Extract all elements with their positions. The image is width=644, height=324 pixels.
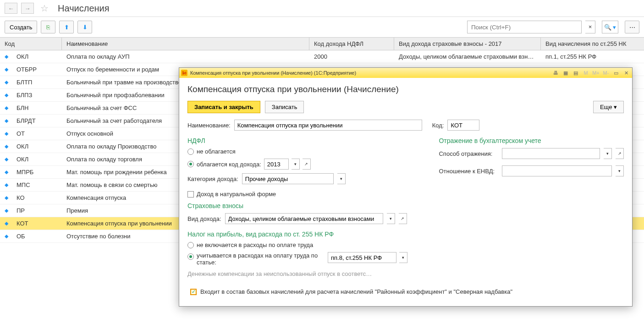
back-button[interactable]: ←: [5, 3, 17, 14]
envd-input[interactable]: [502, 165, 612, 176]
row-code: КОТ: [12, 220, 62, 227]
toolbar: Создать ⎘ ⬆ ⬇ × 🔍 ▾ ⋯: [0, 17, 644, 37]
income-type-open-icon[interactable]: ↗: [399, 213, 407, 224]
search-input[interactable]: [467, 21, 582, 33]
article-input[interactable]: [328, 252, 396, 263]
forward-button[interactable]: →: [21, 3, 34, 14]
col-code[interactable]: Код: [0, 38, 62, 50]
row-code: ПР: [12, 207, 62, 214]
row-art255: пп.1, ст.255 НК РФ: [541, 53, 644, 60]
ndfl-tax-label: облагается код дохода:: [197, 161, 261, 168]
method-dd-icon[interactable]: ▾: [604, 148, 612, 159]
natural-label: Доход в натуральной форме: [197, 191, 276, 198]
calc-icon[interactable]: ▦: [561, 69, 570, 77]
category-dd-icon[interactable]: ▾: [337, 173, 346, 184]
row-name: Оплата по окладу АУП: [62, 53, 309, 60]
col-ndfl[interactable]: Код дохода НДФЛ: [309, 38, 394, 50]
search-clear-button[interactable]: ×: [585, 21, 595, 33]
accounting-section-title: Отражение в бухгалтерском учете: [439, 137, 624, 144]
dialog-title: Компенсация отпуска при увольнении (Начи…: [190, 70, 356, 76]
m-icon: M: [582, 69, 590, 77]
row-icon: ◆: [0, 92, 12, 98]
base-checkbox[interactable]: ✓: [190, 289, 197, 295]
create-button[interactable]: Создать: [5, 21, 37, 33]
profit-excl-radio[interactable]: [187, 242, 194, 248]
dialog-titlebar[interactable]: 1c Компенсация отпуска при увольнении (Н…: [179, 68, 632, 78]
method-open-icon[interactable]: ↗: [616, 148, 624, 159]
row-code: БЛТП: [12, 79, 62, 86]
row-icon: ◆: [0, 156, 12, 162]
envd-label: Отношение к ЕНВД:: [439, 168, 498, 175]
copy-button[interactable]: ⎘: [41, 21, 55, 33]
m-minus-icon: M-: [602, 69, 610, 77]
ndfl-section-title: НДФЛ: [187, 137, 416, 144]
category-input[interactable]: [242, 173, 334, 184]
search-dropdown-button[interactable]: 🔍 ▾: [602, 21, 618, 33]
close-icon[interactable]: ✕: [622, 69, 630, 77]
more-button[interactable]: Еще ▾: [593, 101, 624, 113]
profit-incl-radio[interactable]: [187, 253, 194, 260]
income-code-input[interactable]: [264, 159, 289, 170]
ndfl-notax-radio[interactable]: [187, 148, 194, 155]
row-code: КО: [12, 194, 62, 201]
insurance-section-title: Страховые взносы: [187, 202, 416, 209]
envd-dd-icon[interactable]: ▾: [616, 165, 624, 176]
row-icon: ◆: [0, 54, 12, 60]
ndfl-notax-label: не облагается: [197, 148, 236, 155]
grid-header: Код Наименование Код дохода НДФЛ Вид дох…: [0, 37, 644, 50]
row-icon: ◆: [0, 169, 12, 175]
col-insurance[interactable]: Вид дохода страховые взносы - 2017: [394, 38, 541, 50]
row-icon: ◆: [0, 66, 12, 72]
row-code: ОКЛ: [12, 143, 62, 150]
page-title: Начисления: [58, 3, 110, 14]
header-bar: ← → ☆ Начисления: [0, 0, 644, 17]
row-code: МПС: [12, 181, 62, 188]
row-code: ОКЛ: [12, 156, 62, 163]
row-icon: ◆: [0, 118, 12, 124]
minimize-icon[interactable]: ▭: [612, 69, 620, 77]
row-icon: ◆: [0, 79, 12, 85]
col-art255[interactable]: Вид начисления по ст.255 НК: [541, 38, 644, 50]
row-icon: ◆: [0, 131, 12, 137]
income-code-open-icon[interactable]: ↗: [303, 159, 311, 170]
extra-button[interactable]: ⋯: [625, 21, 639, 33]
row-code: ОТБРР: [12, 66, 62, 73]
name-input[interactable]: [234, 120, 422, 131]
row-icon: ◆: [0, 220, 12, 226]
natural-checkbox[interactable]: [187, 191, 194, 198]
dialog-heading: Компенсация отпуска при увольнении (Начи…: [187, 84, 624, 94]
row-insurance: Доходы, целиком облагаемые страховыми вз…: [394, 53, 541, 60]
down-button[interactable]: ⬇: [77, 21, 92, 33]
row-icon: ◆: [0, 195, 12, 201]
row-code: ОТ: [12, 130, 62, 137]
row-code: БЛПЗ: [12, 92, 62, 99]
m-plus-icon: M+: [592, 69, 600, 77]
article-dd-icon[interactable]: ▾: [399, 252, 407, 263]
code-input[interactable]: [447, 120, 479, 131]
row-code: МПРБ: [12, 169, 62, 176]
method-input[interactable]: [502, 148, 600, 159]
table-row[interactable]: ◆ ОКЛ Оплата по окладу АУП 2000 Доходы, …: [0, 50, 644, 63]
row-icon: ◆: [0, 105, 12, 111]
profit-incl-label: учитывается в расходах на оплату труда п…: [197, 252, 325, 266]
row-code: БЛН: [12, 104, 62, 111]
income-type-input[interactable]: [225, 213, 383, 224]
income-code-dd-icon[interactable]: ▾: [292, 159, 300, 170]
ndfl-tax-radio[interactable]: [187, 161, 194, 167]
save-button[interactable]: Записать: [265, 101, 304, 113]
income-type-dd-icon[interactable]: ▾: [387, 213, 395, 224]
profit-section-title: Налог на прибыль, вид расхода по ст. 255…: [187, 231, 416, 238]
favorite-icon[interactable]: ☆: [40, 3, 49, 14]
up-button[interactable]: ⬆: [59, 21, 74, 33]
method-label: Способ отражения:: [439, 150, 498, 157]
row-icon: ◆: [0, 208, 12, 214]
save-close-button[interactable]: Записать и закрыть: [187, 101, 260, 113]
row-code: ОБ: [12, 233, 62, 240]
calendar-icon[interactable]: ▤: [572, 69, 580, 77]
row-ndfl: 2000: [309, 53, 394, 60]
row-icon: ◆: [0, 182, 12, 188]
profit-hint: Денежные компенсации за неиспользованный…: [187, 270, 416, 277]
income-type-label: Вид дохода:: [187, 215, 221, 222]
col-name[interactable]: Наименование: [62, 38, 309, 50]
print-icon[interactable]: 🖶: [551, 69, 560, 77]
